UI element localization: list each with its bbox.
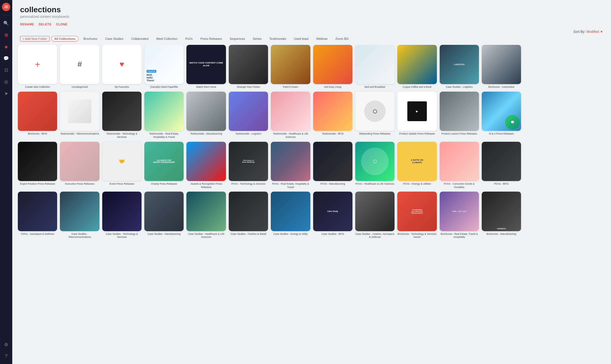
- filter-tab-all-collections[interactable]: All Collections: [51, 36, 79, 41]
- list-item[interactable]: POVs - Manufacturing: [313, 142, 352, 189]
- list-item[interactable]: Cuppa Coffee and a Book: [397, 45, 437, 89]
- filter-tab-meet-collection[interactable]: Meet Collection: [153, 36, 181, 41]
- collection-thumb-expert[interactable]: [18, 142, 57, 181]
- rename-button[interactable]: RENAME: [20, 23, 34, 26]
- list-item[interactable]: A NOTE ONCLIMATE POVs - Energy & Utiliti…: [397, 142, 437, 189]
- list-item[interactable]: Testimonials - Logistics: [229, 92, 268, 139]
- list-item[interactable]: ▶ Product Update Press Releases: [397, 92, 437, 139]
- filter-tab-povs[interactable]: PoVs: [182, 36, 196, 41]
- clone-button[interactable]: CLONE: [56, 23, 67, 26]
- list-item[interactable]: ♥ My Favorites: [102, 45, 142, 89]
- add-folder-button[interactable]: + Add New Folder: [20, 36, 50, 41]
- list-item[interactable]: Brochures - BFSI: [18, 92, 57, 139]
- collection-thumb-case-hls[interactable]: [186, 192, 226, 231]
- list-item[interactable]: Testimonials - Real Estate, Hospitality …: [144, 92, 184, 139]
- list-item[interactable]: Testimonials - Healthcare & Life Science…: [271, 92, 310, 139]
- list-item[interactable]: The Future ofSmart Buildings POVs - Tech…: [229, 142, 268, 189]
- collection-thumb-favorites[interactable]: ♥: [102, 45, 142, 84]
- filter-tab-zoom-bg[interactable]: Zoom BG: [332, 36, 352, 41]
- collection-thumb-pov-aerospace[interactable]: [18, 192, 57, 231]
- list-item[interactable]: POVs - Aerospace & Defense: [18, 192, 57, 239]
- list-item[interactable]: POVs - Real Estate, Hospitality & Travel: [271, 142, 310, 189]
- collection-thumb-case-energy[interactable]: [271, 192, 310, 231]
- collection-thumb-pov-energy[interactable]: A NOTE ONCLIMATE: [397, 142, 437, 181]
- list-item[interactable]: Product Launch Press Releases: [440, 92, 479, 139]
- list-item[interactable]: WATCH YOUR CONTENT COME ALIVE Watch them…: [186, 45, 226, 89]
- collection-thumb-case-mfg[interactable]: [144, 192, 184, 231]
- collection-thumb-test-telecom[interactable]: [60, 92, 99, 131]
- filter-tab-press-releases[interactable]: Press Releases: [197, 36, 225, 41]
- collection-thumb-create[interactable]: +: [18, 45, 57, 84]
- list-item[interactable]: Case Studies - Energy & Utility: [271, 192, 310, 239]
- list-item[interactable]: Case Study Case Studies - BFSI: [313, 192, 352, 239]
- list-item[interactable]: ⬡ Rebranding Press Releases: [355, 92, 395, 139]
- list-item[interactable]: Case Studies - Telecommunications: [60, 192, 99, 239]
- collection-thumb-brochure-bfsi[interactable]: [18, 92, 57, 131]
- collection-thumb-event[interactable]: 🤝: [102, 142, 142, 181]
- delete-button[interactable]: DELETE: [39, 23, 52, 26]
- filter-tab-testimonials[interactable]: Testimonials: [266, 36, 289, 41]
- collection-thumb-case-fashion[interactable]: [229, 192, 268, 231]
- collection-thumb-pov-consumer[interactable]: [440, 142, 479, 181]
- list-item[interactable]: Testimonials - BFSI: [313, 92, 352, 139]
- send-icon[interactable]: ➤: [1, 88, 11, 98]
- filter-tab-used-least[interactable]: Used least: [291, 36, 311, 41]
- collection-thumb-test-mfg[interactable]: [186, 92, 226, 131]
- list-item[interactable]: ⬡ POVs - Healthcare & Life Sciences: [355, 142, 395, 189]
- filter-tab-webinar[interactable]: Webinar: [313, 36, 331, 41]
- list-item[interactable]: Case Studies - Technology & Services: [102, 192, 142, 239]
- list-item[interactable]: POVs - BFSI: [482, 142, 521, 189]
- list-item[interactable]: Stranger than Fiction: [229, 45, 268, 89]
- list-item[interactable]: Acceleratingyour businesstransformation …: [397, 192, 437, 239]
- list-item[interactable]: Case Studies - Healthcare & Life Science…: [186, 192, 226, 239]
- help-icon[interactable]: ?: [1, 351, 11, 361]
- settings-icon[interactable]: ⚙: [1, 339, 11, 350]
- list-item[interactable]: Testimonials - Manufacturing: [186, 92, 226, 139]
- collection-thumb-charity[interactable]: ALLIANCE FORWATER STEWARDSHIP: [144, 142, 184, 181]
- collection-thumb-brochure-auto[interactable]: [482, 45, 521, 84]
- list-item[interactable]: LOGISTICS Case Studies - Logistics: [440, 45, 479, 89]
- collection-thumb-watch[interactable]: WATCH YOUR CONTENT COME ALIVE: [186, 45, 226, 84]
- chat-icon[interactable]: 💬: [1, 53, 11, 63]
- collection-thumb-rebranding[interactable]: ⬡: [355, 92, 395, 131]
- collection-thumb-stranger[interactable]: [229, 45, 268, 84]
- collection-thumb-paperflite[interactable]: PaperFlite Well,HelloThere!: [144, 45, 184, 84]
- filter-tab-brochures[interactable]: Brochures: [80, 36, 100, 41]
- collection-thumb-busyliving[interactable]: [313, 45, 352, 84]
- list-item[interactable]: Case Studies - Manufacturing: [144, 192, 184, 239]
- collection-thumb-brochure-mfg[interactable]: GRINDERS: [482, 192, 521, 231]
- collection-thumb-product-launch[interactable]: [440, 92, 479, 131]
- list-item[interactable]: Testimonials - Technology & Services: [102, 92, 142, 139]
- layers-icon[interactable]: ⊞: [1, 30, 11, 40]
- collection-thumb-ma[interactable]: 💬: [482, 92, 521, 131]
- filter-tab-case-studies[interactable]: Case Studies: [102, 36, 126, 41]
- list-item[interactable]: Testimonials - Telecommunications: [60, 92, 99, 139]
- list-item[interactable]: Expert Position Press Releases: [18, 142, 57, 189]
- collection-thumb-case-tech[interactable]: [102, 192, 142, 231]
- list-item[interactable]: Case Studies - Fashion & Retail: [229, 192, 268, 239]
- collection-thumb-pov-tech[interactable]: The Future ofSmart Buildings: [229, 142, 268, 181]
- list-item[interactable]: + Create New Collection: [18, 45, 57, 89]
- list-item[interactable]: PaperFlite Well,HelloThere! (Sample) Mee…: [144, 45, 184, 89]
- list-item[interactable]: 🤝 Event Press Releases: [102, 142, 142, 189]
- collection-thumb-test-bfsi[interactable]: [313, 92, 352, 131]
- filter-tab-series[interactable]: Series: [250, 36, 264, 41]
- collection-thumb-test-tech[interactable]: [102, 92, 142, 131]
- collection-thumb-case-telecom[interactable]: [60, 192, 99, 231]
- collection-thumb-case-bfsi[interactable]: Case Study: [313, 192, 352, 231]
- collection-thumb-uncategorized[interactable]: #: [60, 45, 99, 84]
- list-item[interactable]: ALLIANCE FORWATER STEWARDSHIP Charity Pr…: [144, 142, 184, 189]
- collection-thumb-product-update[interactable]: ▶: [397, 92, 437, 131]
- bookmark-icon[interactable]: ◈: [1, 41, 11, 52]
- list-item[interactable]: Case Studies - Aviation, Aerospace & Def…: [355, 192, 395, 239]
- search-icon[interactable]: 🔍: [1, 18, 11, 28]
- grid-icon[interactable]: ⊡: [1, 65, 11, 75]
- list-item[interactable]: Paint it Green: [271, 45, 310, 89]
- collection-thumb-case-aviation[interactable]: [355, 192, 395, 231]
- collection-thumb-test-logistics[interactable]: [229, 92, 268, 131]
- collection-thumb-brochure-realestate[interactable]: CTRL + ALT + FLY: [440, 192, 479, 231]
- list-item[interactable]: # Uncategorized: [60, 45, 99, 89]
- list-item[interactable]: CTRL + ALT + FLY Brochures - Real Estate…: [440, 192, 479, 239]
- collection-thumb-test-realestate[interactable]: [144, 92, 184, 131]
- collection-thumb-pov-mfg[interactable]: [313, 142, 352, 181]
